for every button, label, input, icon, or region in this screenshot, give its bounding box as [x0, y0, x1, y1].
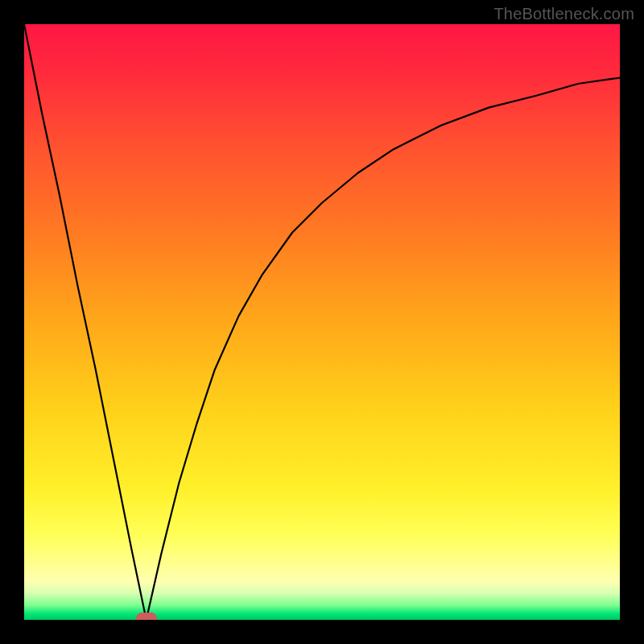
watermark-text: TheBottleneck.com [493, 5, 634, 23]
optimum-marker [136, 613, 157, 620]
bottleneck-curve [24, 24, 620, 620]
plot-area [24, 24, 620, 620]
chart-frame: TheBottleneck.com [0, 0, 644, 644]
